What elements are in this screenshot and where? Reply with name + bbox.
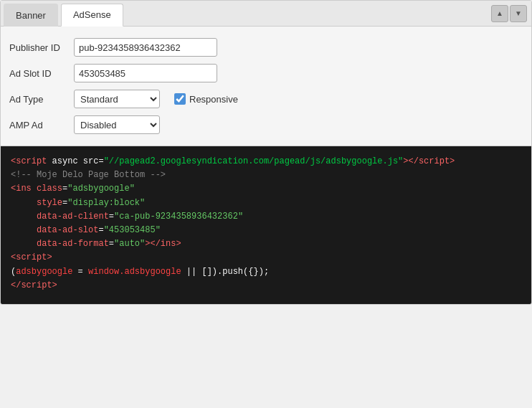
code-line-10: </script> [11, 279, 521, 293]
code-line-1: <script async src="//pagead2.googlesyndi… [11, 155, 521, 169]
publisher-id-label: Publisher ID [9, 42, 74, 53]
tab-bar: Banner AdSense ▲ ▼ [1, 1, 531, 27]
code-line-2: <!-- Moje Delo Page Bottom --> [11, 169, 521, 182]
publisher-id-input[interactable] [74, 38, 217, 57]
responsive-label: Responsive [189, 94, 238, 105]
tab-banner[interactable]: Banner [4, 4, 58, 27]
code-area: <script async src="//pagead2.googlesyndi… [1, 146, 531, 304]
amp-ad-label: AMP Ad [9, 120, 74, 131]
ad-type-label: Ad Type [9, 94, 74, 105]
ad-slot-id-row: Ad Slot ID [9, 64, 523, 82]
responsive-checkbox-label[interactable]: Responsive [174, 93, 238, 105]
code-line-3: <ins class="adsbygoogle" [11, 182, 521, 196]
code-line-8: <script> [11, 251, 521, 265]
ad-type-row: Ad Type Standard Link Units Responsive [9, 90, 523, 108]
ad-slot-id-label: Ad Slot ID [9, 68, 74, 79]
code-line-6: data-ad-slot="453053485" [11, 224, 521, 237]
form-area: Publisher ID Ad Slot ID Ad Type Standard… [1, 27, 531, 146]
code-line-4: style="display:block" [11, 196, 521, 210]
amp-ad-row: AMP Ad Disabled Enabled [9, 115, 523, 134]
code-line-5: data-ad-client="ca-pub-9234358936432362" [11, 210, 521, 224]
nav-down-button[interactable]: ▼ [510, 5, 527, 22]
ad-slot-id-input[interactable] [74, 64, 217, 82]
code-line-9: (adsbygoogle = window.adsbygoogle || [])… [11, 265, 521, 279]
publisher-id-row: Publisher ID [9, 38, 523, 57]
code-line-7: data-ad-format="auto"></ins> [11, 237, 521, 251]
tab-nav-buttons: ▲ ▼ [487, 5, 531, 22]
tab-adsense[interactable]: AdSense [61, 4, 123, 27]
nav-up-button[interactable]: ▲ [491, 5, 508, 22]
main-container: Banner AdSense ▲ ▼ Publisher ID Ad Slot … [0, 0, 532, 305]
amp-ad-select[interactable]: Disabled Enabled [74, 115, 160, 134]
responsive-checkbox[interactable] [174, 93, 186, 105]
ad-type-select[interactable]: Standard Link Units [74, 90, 160, 108]
